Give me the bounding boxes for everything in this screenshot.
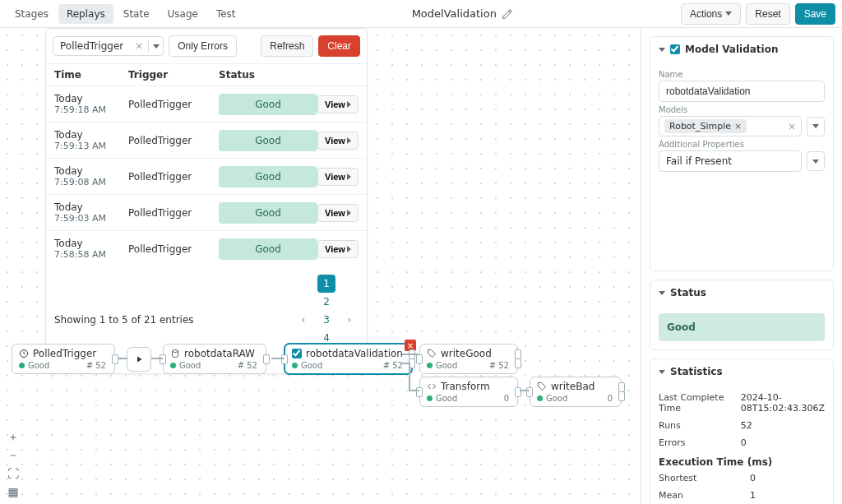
clear-models-icon[interactable]: ×	[788, 121, 796, 132]
stat-shortest: 0	[750, 469, 825, 487]
filter-dropdown[interactable]	[148, 41, 163, 52]
status-badge: Good	[219, 202, 317, 224]
checkbox-icon	[670, 44, 680, 54]
node-robotdataraw[interactable]: robotdataRAW Good# 52	[163, 344, 266, 374]
exec-title: Execution Time (ms)	[659, 451, 825, 469]
stat-runs: 52	[741, 417, 825, 434]
node-play[interactable]	[127, 347, 151, 372]
status-badge: Good	[219, 94, 317, 115]
save-button[interactable]: Save	[795, 3, 835, 25]
section-statistics[interactable]: Statistics	[650, 359, 833, 384]
addprops-label: Additional Properties	[659, 140, 825, 149]
col-trigger: Trigger	[128, 69, 219, 81]
play-icon	[134, 354, 144, 364]
addprops-select[interactable]: Fail if Present	[659, 150, 802, 172]
tab-usage[interactable]: Usage	[160, 4, 206, 24]
clear-filter-icon[interactable]: ×	[130, 40, 148, 52]
tab-stages[interactable]: Stages	[7, 4, 57, 24]
models-select[interactable]: Robot_Simple× ×	[659, 116, 802, 136]
stat-last: 2024-10-08T15:02:43.306Z	[741, 389, 825, 417]
trigger-filter[interactable]: PolledTrigger ×	[53, 36, 164, 56]
right-panel: Model Validation Name Models Robot_Simpl…	[641, 28, 842, 504]
page-title: ModelValidation	[412, 7, 497, 20]
addprops-dropdown[interactable]	[807, 151, 825, 171]
zoom-in-button[interactable]: ＋	[5, 430, 21, 445]
pager-showing: Showing 1 to 5 of 21 entries	[54, 314, 194, 326]
top-tabs: Stages Replays State Usage Test	[7, 4, 244, 24]
checkbox-icon	[292, 349, 302, 358]
node-transform[interactable]: Transform Good0	[419, 377, 518, 407]
clear-button[interactable]: Clear	[318, 35, 360, 57]
replays-panel: PolledTrigger × Only Errors Refresh Clea…	[45, 28, 368, 374]
actions-button[interactable]: Actions	[681, 3, 741, 25]
chevron-down-icon	[725, 12, 732, 16]
table-row: Today7:59:18 AMPolledTriggerGoodView	[46, 86, 367, 122]
table-row: Today7:59:03 AMPolledTriggerGoodView	[46, 194, 367, 230]
table-row: Today7:58:58 AMPolledTriggerGoodView	[46, 230, 367, 266]
view-button[interactable]: View	[317, 240, 359, 258]
page-2[interactable]: 2	[317, 293, 335, 311]
chevron-down-icon	[659, 370, 665, 374]
tag-remove-icon[interactable]: ×	[734, 121, 742, 132]
status-badge: Good	[219, 166, 317, 187]
node-polledtrigger[interactable]: PolledTrigger Good# 52	[12, 344, 115, 374]
section-status[interactable]: Status	[650, 280, 833, 305]
view-button[interactable]: View	[317, 168, 359, 186]
models-dropdown[interactable]	[807, 117, 825, 136]
tag-icon	[537, 381, 547, 391]
node-writegood[interactable]: writeGood Good# 52	[419, 344, 518, 374]
view-button[interactable]: View	[317, 95, 359, 113]
refresh-button[interactable]: Refresh	[261, 35, 313, 57]
view-button[interactable]: View	[317, 204, 359, 222]
node-writebad[interactable]: writeBad Good0	[530, 377, 622, 407]
grid-button[interactable]: ▦	[5, 484, 21, 499]
node-robotdatavalidation[interactable]: × robotdataValidation Good# 52	[285, 344, 412, 374]
col-time: Time	[54, 69, 128, 81]
tag-icon	[427, 349, 437, 358]
status-badge: Good	[219, 130, 317, 151]
fullscreen-button[interactable]: ⛶	[5, 466, 21, 481]
models-label: Models	[659, 105, 825, 114]
tab-test[interactable]: Test	[208, 4, 244, 24]
pager-prev[interactable]: ‹	[294, 311, 312, 329]
status-value: Good	[659, 313, 825, 341]
reset-button[interactable]: Reset	[746, 3, 789, 25]
svg-point-1	[173, 350, 178, 353]
clock-icon	[19, 349, 29, 358]
table-row: Today7:59:08 AMPolledTriggerGoodView	[46, 158, 367, 194]
stat-errors: 0	[741, 434, 825, 451]
tab-replays[interactable]: Replays	[58, 4, 113, 24]
name-input[interactable]	[659, 81, 825, 102]
table-row: Today7:59:13 AMPolledTriggerGoodView	[46, 122, 367, 158]
name-label: Name	[659, 70, 825, 79]
code-icon	[427, 381, 437, 391]
chevron-down-icon	[659, 48, 665, 52]
col-status: Status	[219, 69, 317, 81]
view-button[interactable]: View	[317, 132, 359, 150]
pager-next[interactable]: ›	[340, 311, 359, 329]
zoom-out-button[interactable]: －	[5, 448, 21, 463]
only-errors-button[interactable]: Only Errors	[169, 35, 237, 57]
page-1[interactable]: 1	[317, 275, 335, 293]
tab-state[interactable]: State	[115, 4, 158, 24]
database-icon	[170, 349, 180, 358]
page-3[interactable]: 3	[317, 311, 335, 329]
section-modelvalidation[interactable]: Model Validation	[650, 37, 833, 62]
status-badge: Good	[219, 238, 317, 260]
stat-mean: 1	[750, 487, 825, 504]
edit-icon[interactable]	[502, 8, 513, 20]
chevron-down-icon	[659, 291, 665, 295]
